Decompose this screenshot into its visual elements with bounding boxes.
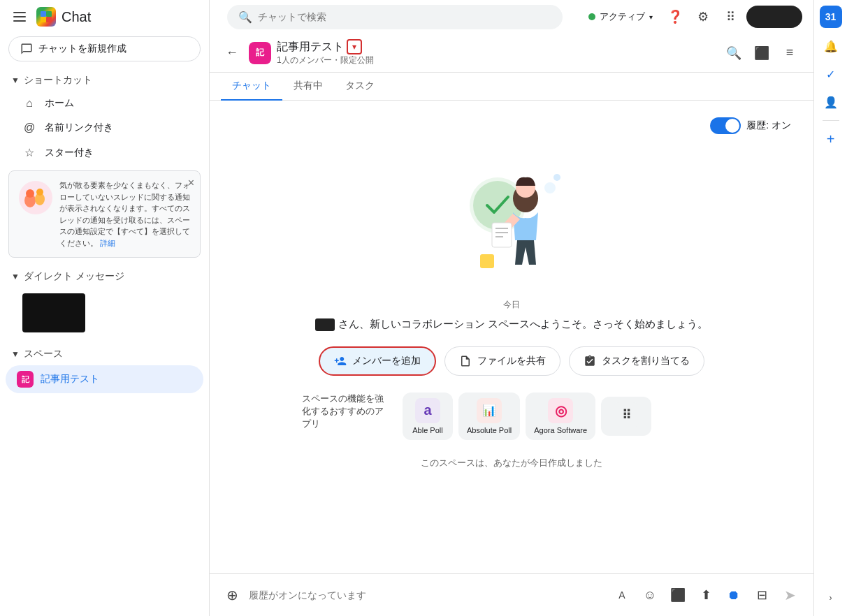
app-chip-agora-software[interactable]: ◎ Agora Software (526, 393, 595, 440)
user-avatar[interactable] (746, 6, 802, 28)
add-app-button[interactable]: + (818, 126, 844, 152)
menu-icon[interactable] (8, 6, 31, 28)
tasks-icon[interactable]: ✓ (818, 61, 844, 87)
shortcuts-chevron: ▼ (11, 75, 20, 85)
home-label: ホーム (45, 97, 74, 110)
sidebar-item-starred[interactable]: ☆ スター付き (6, 140, 203, 165)
help-button[interactable]: ❓ (663, 4, 688, 29)
history-toggle-switch[interactable] (710, 117, 741, 134)
chat-area: 履歴: オン (210, 101, 813, 573)
space-actions: 🔍 ⬛ ≡ (721, 41, 802, 66)
assign-task-button[interactable]: タスクを割り当てる (569, 346, 704, 376)
dm-avatar-redacted (22, 293, 85, 332)
svg-point-19 (553, 174, 560, 181)
space-dropdown-button[interactable]: ▾ (347, 39, 362, 54)
expand-icon[interactable]: › (818, 585, 844, 610)
space-icon-header: 記 (249, 42, 271, 64)
apps-input-button[interactable]: ⊟ (749, 582, 774, 608)
spaces-header[interactable]: ▼ スペース (0, 344, 209, 365)
at-icon: @ (22, 122, 36, 134)
agora-software-name: Agora Software (534, 426, 587, 434)
absolute-poll-name: Absolute Poll (467, 426, 512, 434)
video-button[interactable]: ⬛ (749, 41, 774, 66)
welcome-svg (442, 156, 581, 282)
new-chat-button[interactable]: チャットを新規作成 (8, 36, 201, 61)
notification-banner: × 気が散る要素を少なくまもなく、フォローしていないスレッドに関する通知が表示さ… (8, 170, 201, 258)
welcome-message: さん、新しいコラボレーション スペースへようこそ。さっそく始めましょう。 (315, 316, 707, 332)
app-chip-more[interactable]: ⠿ (601, 397, 651, 436)
svg-rect-0 (41, 11, 46, 17)
search-space-button[interactable]: 🔍 (721, 41, 746, 66)
tab-tasks[interactable]: タスク (334, 73, 386, 101)
absolute-poll-icon: 📊 (477, 398, 502, 423)
svg-rect-17 (480, 254, 494, 268)
input-area: ⊕ A ☺ ⬛ ⬆ ⏺ ⊟ ➤ (210, 573, 813, 616)
attachment-button[interactable]: ⬛ (665, 582, 690, 608)
banner-link[interactable]: 詳細 (100, 239, 115, 247)
spaces-section: ▼ スペース 記 記事用テスト (0, 344, 209, 393)
named-link-label: 名前リンク付き (45, 122, 113, 134)
add-member-button[interactable]: メンバーを追加 (319, 346, 436, 376)
svg-point-8 (36, 189, 43, 196)
svg-point-7 (26, 189, 34, 198)
app-chip-absolute-poll[interactable]: 📊 Absolute Poll (458, 393, 520, 440)
topbar-right: アクティブ ▾ ❓ ⚙ ⠿ (581, 4, 802, 29)
emoji-button[interactable]: ☺ (637, 582, 663, 608)
history-toggle: 履歴: オン (710, 117, 791, 134)
apps-button[interactable]: ⠿ (718, 4, 744, 29)
upload-button[interactable]: ⬆ (693, 582, 718, 608)
spaces-chevron: ▼ (11, 349, 20, 359)
record-button[interactable]: ⏺ (721, 582, 746, 608)
share-file-button[interactable]: ファイルを共有 (444, 346, 560, 376)
more-options-button[interactable]: ≡ (777, 41, 802, 66)
search-input[interactable] (258, 11, 551, 22)
sidebar-item-space-kijiyotest[interactable]: 記 記事用テスト (6, 365, 203, 393)
calendar-icon[interactable]: 31 (820, 6, 842, 28)
status-button[interactable]: アクティブ ▾ (581, 6, 660, 27)
svg-rect-13 (492, 223, 512, 247)
sidebar-item-named-link[interactable]: @ 名前リンク付き (6, 116, 203, 140)
sidebar-nav: ▼ ショートカット ⌂ ホーム @ 名前リンク付き ☆ スター付き × (0, 67, 209, 616)
dm-item[interactable] (6, 288, 203, 338)
right-sidebar: 31 🔔 ✓ 👤 + › (813, 0, 847, 616)
banner-close-button[interactable]: × (188, 177, 194, 189)
settings-button[interactable]: ⚙ (690, 4, 716, 29)
spaces-item-label: 記事用テスト (41, 373, 99, 386)
tab-chat[interactable]: チャット (221, 73, 282, 101)
message-input[interactable] (249, 589, 604, 601)
sidebar: Chat チャットを新規作成 ▼ ショートカット ⌂ ホーム @ 名前リンク付き… (0, 0, 210, 616)
dm-label: ダイレクト メッセージ (24, 270, 124, 283)
app-chip-able-poll[interactable]: a Able Poll (403, 393, 453, 440)
banner-illustration (17, 179, 54, 216)
date-separator: 今日 (503, 299, 520, 311)
tab-shared[interactable]: 共有中 (282, 73, 334, 101)
notification-icon[interactable]: 🔔 (818, 34, 844, 59)
back-button[interactable]: ← (221, 42, 243, 64)
svg-rect-2 (41, 17, 46, 22)
apps-promo-label: スペースの機能を強化するおすすめのアプリ (302, 393, 386, 431)
creation-note: このスペースは、あなたが今日作成しました (421, 457, 602, 469)
action-buttons: メンバーを追加 ファイルを共有 タスクを割り当てる (319, 346, 704, 376)
svg-rect-1 (46, 11, 52, 17)
format-text-button[interactable]: A (609, 582, 635, 608)
shortcuts-section[interactable]: ▼ ショートカット (0, 70, 209, 91)
welcome-illustration (442, 156, 581, 282)
input-tools: A ☺ ⬛ ⬆ ⏺ ⊟ ➤ (609, 582, 802, 608)
spaces-label: スペース (24, 348, 63, 360)
app-title: Chat (61, 9, 91, 25)
sidebar-item-home[interactable]: ⌂ ホーム (6, 91, 203, 115)
svg-rect-3 (46, 17, 52, 22)
add-button[interactable]: ⊕ (221, 584, 243, 606)
app-logo (36, 7, 56, 27)
search-bar[interactable]: 🔍 (227, 5, 563, 29)
banner-text: 気が散る要素を少なくまもなく、フォローしていないスレッドに関する通知が表示されな… (59, 179, 191, 249)
home-icon: ⌂ (22, 97, 36, 110)
sidebar-header: Chat (0, 0, 209, 34)
contacts-icon[interactable]: 👤 (818, 89, 844, 115)
starred-label: スター付き (45, 147, 94, 159)
apps-section: スペースの機能を強化するおすすめのアプリ a Able Poll 📊 Absol… (302, 393, 721, 440)
status-label: アクティブ (600, 10, 645, 23)
send-button[interactable]: ➤ (777, 582, 802, 608)
direct-messages-section[interactable]: ▼ ダイレクト メッセージ (0, 266, 209, 287)
space-icon: 記 (17, 371, 34, 388)
